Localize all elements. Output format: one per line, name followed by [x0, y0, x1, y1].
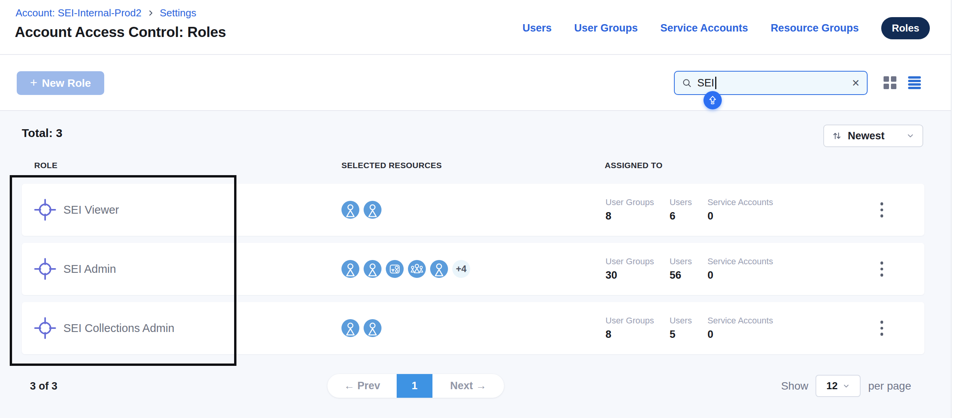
user-avatar-icon	[364, 319, 382, 337]
column-header-assigned-to: ASSIGNED TO	[605, 161, 663, 170]
clear-search-button[interactable]: ✕	[852, 78, 860, 88]
search-value: SEI	[697, 77, 714, 89]
per-page-label: per page	[868, 380, 911, 392]
plus-icon: +	[30, 76, 37, 90]
user-avatar-icon	[364, 260, 382, 278]
breadcrumb-settings-link[interactable]: Settings	[160, 7, 196, 19]
selected-resources-cell	[341, 201, 606, 219]
nav-tab-resource-groups[interactable]: Resource Groups	[771, 22, 859, 34]
role-name: SEI Admin	[63, 263, 116, 276]
table-row[interactable]: SEI Viewer User Groups 8 Users 6	[22, 184, 924, 236]
role-name: SEI Viewer	[63, 204, 119, 216]
assigned-to-cell: User Groups 30 Users 56 Service Accounts…	[606, 256, 924, 281]
row-menu-kebab-icon[interactable]	[878, 200, 886, 220]
assigned-to-cell: User Groups 8 Users 5 Service Accounts 0	[606, 316, 924, 341]
role-cell: SEI Collections Admin	[22, 317, 341, 339]
result-count: 3 of 3	[30, 380, 58, 392]
page-1-button-active[interactable]: 1	[397, 374, 432, 398]
resources-avatar-icon	[386, 260, 404, 278]
user-avatar-icon	[341, 201, 359, 219]
page-title: Account Access Control: Roles	[15, 24, 226, 40]
new-role-button[interactable]: + New Role	[17, 71, 104, 95]
caps-lock-icon	[706, 94, 719, 107]
user-avatar-icon	[341, 260, 359, 278]
role-crosshair-icon	[34, 199, 56, 221]
stat-users: Users 56	[670, 256, 692, 281]
nav-tab-users[interactable]: Users	[522, 22, 551, 34]
page-header: Account: SEI-Internal-Prod2 Settings Acc…	[0, 0, 951, 55]
chevron-right-icon	[147, 9, 154, 17]
selected-resources-cell: +4	[341, 260, 606, 278]
next-page-button[interactable]: Next →	[432, 374, 504, 398]
grid-view-toggle[interactable]	[884, 76, 896, 89]
list-view-icon	[908, 76, 921, 79]
new-role-label: New Role	[42, 77, 91, 90]
stat-user-groups: User Groups 8	[606, 316, 654, 341]
list-view-toggle-active[interactable]	[908, 76, 921, 89]
breadcrumb: Account: SEI-Internal-Prod2 Settings	[16, 7, 196, 19]
nav-tab-roles-active[interactable]: Roles	[881, 17, 930, 39]
stat-user-groups: User Groups 30	[606, 256, 654, 281]
group-avatar-icon	[408, 260, 426, 278]
role-name: SEI Collections Admin	[63, 322, 174, 335]
chevron-down-icon	[842, 382, 850, 390]
prev-page-button[interactable]: ← Prev	[327, 374, 397, 398]
stat-service-accounts: Service Accounts 0	[707, 316, 773, 341]
sort-arrows-icon	[832, 131, 842, 141]
page-size-select[interactable]: 12	[816, 375, 861, 397]
main-panel: Account: SEI-Internal-Prod2 Settings Acc…	[0, 0, 952, 418]
table-column-headers: ROLE SELECTED RESOURCES ASSIGNED TO	[0, 161, 951, 172]
assigned-to-cell: User Groups 8 Users 6 Service Accounts 0	[606, 197, 924, 222]
table-row[interactable]: SEI Admin +4 User Groups 30	[22, 243, 924, 295]
roles-list-section: Total: 3 Newest ROLE SELECTED RESOURCES …	[0, 111, 951, 418]
chevron-down-icon	[906, 132, 915, 140]
role-cell: SEI Viewer	[22, 199, 341, 221]
user-avatar-icon	[341, 319, 359, 337]
row-menu-kebab-icon[interactable]	[878, 318, 886, 338]
selected-resources-cell	[341, 319, 606, 337]
search-icon	[682, 78, 692, 88]
roles-table-body: SEI Viewer User Groups 8 Users 6	[22, 184, 924, 354]
role-crosshair-icon	[34, 317, 56, 339]
nav-tab-service-accounts[interactable]: Service Accounts	[660, 22, 748, 34]
text-cursor	[715, 77, 716, 89]
role-crosshair-icon	[34, 258, 56, 280]
sort-selected-value: Newest	[848, 130, 885, 142]
more-resources-badge: +4	[452, 260, 470, 278]
show-label: Show	[781, 380, 808, 392]
table-row[interactable]: SEI Collections Admin User Groups 8 User…	[22, 302, 924, 354]
stat-users: Users 5	[670, 316, 692, 341]
breadcrumb-account-link[interactable]: Account: SEI-Internal-Prod2	[16, 7, 142, 19]
stat-service-accounts: Service Accounts 0	[707, 256, 773, 281]
pagination: ← Prev 1 Next →	[327, 374, 504, 398]
nav-tab-user-groups[interactable]: User Groups	[574, 22, 638, 34]
stat-user-groups: User Groups 8	[606, 197, 654, 222]
user-avatar-icon	[430, 260, 448, 278]
typing-indicator	[704, 91, 722, 109]
access-control-nav: Users User Groups Service Accounts Resou…	[522, 17, 930, 39]
search-input[interactable]: SEI ✕	[674, 71, 868, 95]
column-header-selected-resources: SELECTED RESOURCES	[341, 161, 442, 170]
total-count: Total: 3	[22, 126, 62, 140]
user-avatar-icon	[364, 201, 382, 219]
row-menu-kebab-icon[interactable]	[878, 259, 886, 279]
roles-page: Account: SEI-Internal-Prod2 Settings Acc…	[0, 0, 980, 418]
sort-dropdown[interactable]: Newest	[823, 125, 923, 147]
page-size-value: 12	[826, 380, 838, 392]
page-size-control: Show 12 per page	[781, 375, 911, 397]
stat-users: Users 6	[670, 197, 692, 222]
role-cell: SEI Admin	[22, 258, 341, 280]
grid-view-icon	[884, 76, 889, 82]
column-header-role: ROLE	[34, 161, 58, 170]
stat-service-accounts: Service Accounts 0	[707, 197, 773, 222]
toolbar: + New Role SEI ✕	[0, 55, 951, 111]
